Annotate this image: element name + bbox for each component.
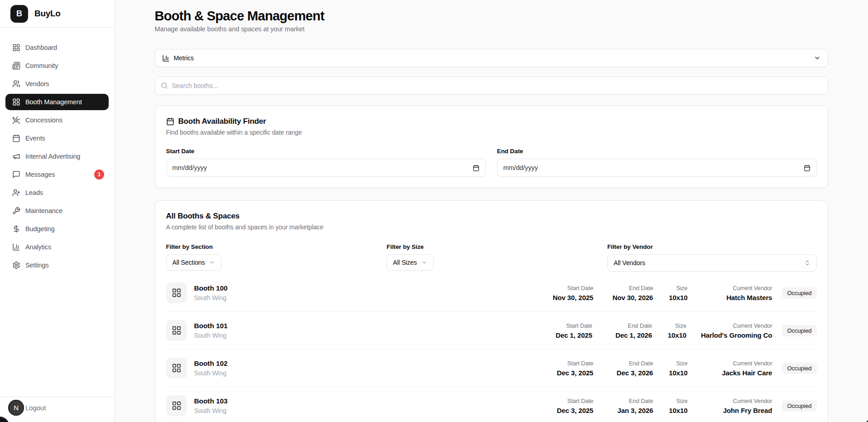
booths-section-title: All Booths & Spaces <box>166 212 240 221</box>
grid-icon <box>12 98 20 106</box>
start-date-value: Dec 1, 2025 <box>547 331 592 339</box>
sidebar-item-label: Leads <box>25 189 43 196</box>
end-date-column-label: End Date <box>608 398 653 404</box>
booth-section-name: South Wing <box>194 332 228 339</box>
availability-finder-title: Booth Availability Finder <box>178 117 266 126</box>
end-date-label: End Date <box>497 148 817 155</box>
newspaper-icon <box>12 62 20 70</box>
sidebar-item-booth-management[interactable]: Booth Management <box>5 94 109 110</box>
sidebar-item-internal-advertising[interactable]: Internal Advertising <box>5 148 109 165</box>
filter-size-dropdown[interactable]: All Sizes <box>387 254 434 271</box>
sidebar-item-events[interactable]: Events <box>5 130 109 146</box>
megaphone-icon <box>12 152 20 160</box>
booth-row[interactable]: Booth 103 South Wing Start DateDec 3, 20… <box>166 387 817 422</box>
users-icon <box>12 80 20 88</box>
main-area: Booth & Space Management Manage availabl… <box>115 0 868 422</box>
vendor-column-label: Current Vendor <box>702 285 772 291</box>
search-icon <box>161 82 168 89</box>
bar-chart-icon <box>12 243 20 251</box>
gear-icon <box>12 261 20 269</box>
vendor-column-label: Current Vendor <box>702 398 772 404</box>
size-column-label: Size <box>667 398 687 404</box>
booth-row[interactable]: Booth 102 South Wing Start DateDec 3, 20… <box>166 349 817 387</box>
booth-stats: Start DateNov 30, 2025 End DateNov 30, 2… <box>548 285 772 301</box>
end-date-value: Dec 3, 2026 <box>608 369 653 377</box>
calendar-picker-icon[interactable] <box>804 165 810 171</box>
booth-info: Booth 101 South Wing <box>194 322 228 339</box>
booths-section-subtitle: A complete list of booths and spaces in … <box>166 224 817 231</box>
end-date-value: Dec 1, 2026 <box>607 331 652 339</box>
chevron-down-icon <box>209 259 215 266</box>
end-date-value: mm/dd/yyyy <box>504 164 538 171</box>
sidebar-item-settings[interactable]: Settings <box>5 257 109 273</box>
sidebar-item-label: Internal Advertising <box>25 153 80 160</box>
app-window: B BuyLo Dashboard Community Vendors Boot… <box>0 0 868 422</box>
sidebar-item-leads[interactable]: Leads <box>5 184 109 201</box>
bar-chart-icon <box>162 54 170 62</box>
sidebar-item-maintenance[interactable]: Maintenance <box>5 203 109 219</box>
end-date-input[interactable]: mm/dd/yyyy <box>497 159 817 177</box>
filter-vendor-label: Filter by Vendor <box>607 243 816 250</box>
end-date-column-label: End Date <box>608 360 653 367</box>
filter-section-group: Filter by Section All Sections <box>166 243 375 272</box>
size-value: 10x10 <box>667 294 687 301</box>
logout-button[interactable]: Logout <box>25 404 46 412</box>
status-badge: Occupied <box>782 287 816 299</box>
sidebar-item-analytics[interactable]: Analytics <box>5 239 109 255</box>
end-date-column-label: End Date <box>608 285 653 291</box>
booth-name: Booth 100 <box>194 284 228 292</box>
start-date-column-label: Start Date <box>548 285 593 291</box>
sidebar-item-label: Dashboard <box>25 44 57 51</box>
filter-size-group: Filter by Size All Sizes <box>387 243 596 272</box>
brand-name: BuyLo <box>34 9 61 19</box>
sidebar-footer: N Logout <box>0 397 114 422</box>
size-value: 10x10 <box>667 369 687 377</box>
filter-vendor-group: Filter by Vendor All Vendors <box>607 243 816 272</box>
sidebar-item-budgeting[interactable]: Budgeting <box>5 221 109 237</box>
brand: B BuyLo <box>0 0 114 28</box>
grid-icon <box>12 44 20 52</box>
booth-info: Booth 103 South Wing <box>194 397 228 414</box>
start-date-input[interactable]: mm/dd/yyyy <box>166 159 486 177</box>
sidebar-item-dashboard[interactable]: Dashboard <box>5 39 109 56</box>
filter-vendor-value: All Vendors <box>614 259 645 267</box>
chevron-down-icon <box>814 54 821 62</box>
calendar-picker-icon[interactable] <box>473 165 480 171</box>
user-plus-icon <box>12 189 20 197</box>
start-date-label: Start Date <box>166 148 486 155</box>
sidebar-item-label: Messages <box>25 171 55 178</box>
booth-grid-icon <box>166 282 187 303</box>
status-badge: Occupied <box>782 400 816 412</box>
sidebar-item-label: Community <box>25 62 58 69</box>
booth-info: Booth 100 South Wing <box>194 284 228 301</box>
status-badge: Occupied <box>782 363 816 374</box>
sidebar-item-label: Analytics <box>25 243 51 251</box>
sidebar-item-community[interactable]: Community <box>5 58 109 74</box>
dollar-icon <box>12 225 20 233</box>
sidebar-item-vendors[interactable]: Vendors <box>5 76 109 92</box>
message-icon <box>12 170 20 179</box>
utensils-icon <box>12 116 20 124</box>
filter-vendor-select[interactable]: All Vendors <box>607 254 816 272</box>
booth-info: Booth 102 South Wing <box>194 359 228 377</box>
booth-grid-icon <box>166 358 187 378</box>
search-input[interactable] <box>172 82 822 89</box>
metrics-collapsible-trigger[interactable]: Metrics <box>155 49 828 67</box>
page-title: Booth & Space Management <box>155 8 828 24</box>
start-date-value: Dec 3, 2025 <box>548 369 593 377</box>
sidebar-nav: Dashboard Community Vendors Booth Manage… <box>0 28 114 397</box>
sidebar-item-label: Concessions <box>25 116 62 124</box>
filter-size-value: All Sizes <box>393 259 417 266</box>
vendor-value: Jacks Hair Care <box>702 369 772 377</box>
sidebar-item-concessions[interactable]: Concessions <box>5 112 109 128</box>
all-booths-card: All Booths & Spaces A complete list of b… <box>155 200 828 422</box>
chevron-down-icon <box>421 259 427 266</box>
start-date-column-label: Start Date <box>548 398 593 404</box>
booth-row[interactable]: Booth 100 South Wing Start DateNov 30, 2… <box>166 274 817 312</box>
booth-row[interactable]: Booth 101 South Wing Start DateDec 1, 20… <box>166 312 817 349</box>
filter-section-value: All Sections <box>173 259 205 266</box>
sidebar-item-messages[interactable]: Messages 1 <box>5 166 109 183</box>
sidebar-item-label: Settings <box>25 262 49 269</box>
wrench-icon <box>12 207 20 215</box>
filter-section-dropdown[interactable]: All Sections <box>166 254 222 271</box>
